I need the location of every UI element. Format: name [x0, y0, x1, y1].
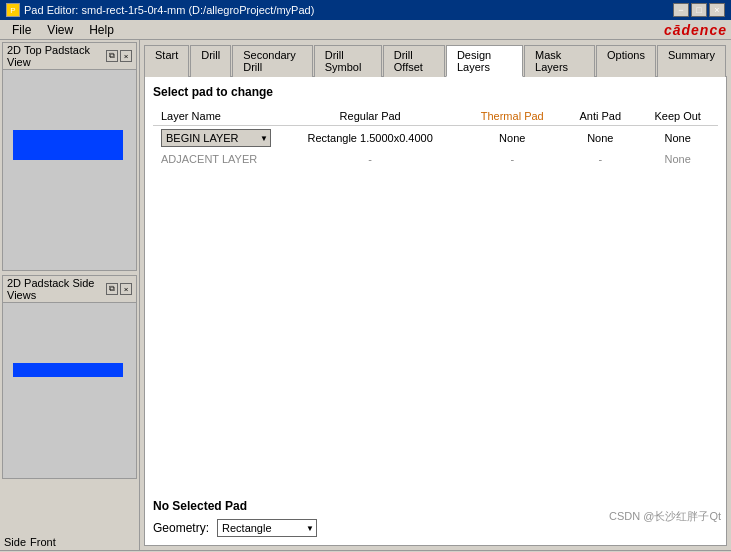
- geometry-label: Geometry:: [153, 521, 209, 535]
- close-button[interactable]: ×: [709, 3, 725, 17]
- top-pad-title: 2D Top Padstack View: [7, 44, 106, 68]
- tab-drill-symbol[interactable]: Drill Symbol: [314, 45, 382, 77]
- tab-mask-layers[interactable]: Mask Layers: [524, 45, 595, 77]
- minimize-button[interactable]: −: [673, 3, 689, 17]
- maximize-button[interactable]: □: [691, 3, 707, 17]
- side-pad-section: 2D Padstack Side Views ⧉ ×: [2, 275, 137, 479]
- side-pad-canvas: [3, 303, 136, 478]
- col-header-anti-pad: Anti Pad: [563, 107, 637, 126]
- layer-name-cell: BEGIN LAYER DEFAULT INTERNAL END LAYER A…: [153, 126, 279, 151]
- watermark: CSDN @长沙红胖子Qt: [609, 509, 721, 524]
- table-row: ADJACENT LAYER - - - None: [153, 150, 718, 168]
- side-pad-close-icon[interactable]: ×: [120, 283, 132, 295]
- side-pad-header: 2D Padstack Side Views ⧉ ×: [3, 276, 136, 303]
- select-pad-title: Select pad to change: [153, 85, 718, 99]
- layer-select-wrapper[interactable]: BEGIN LAYER DEFAULT INTERNAL END LAYER A…: [161, 129, 271, 147]
- tab-drill[interactable]: Drill: [190, 45, 231, 77]
- side-label: Side: [4, 536, 26, 548]
- layer-table: Layer Name Regular Pad Thermal Pad Anti …: [153, 107, 718, 168]
- main-container: 2D Top Padstack View ⧉ × 2D Padstack Sid…: [0, 40, 731, 550]
- pad-blue-rect-side: [13, 363, 123, 377]
- anti-pad-cell: None: [563, 126, 637, 151]
- top-pad-section: 2D Top Padstack View ⧉ ×: [2, 42, 137, 271]
- side-pad-icons: ⧉ ×: [106, 283, 132, 295]
- tab-summary[interactable]: Summary: [657, 45, 726, 77]
- col-header-layer-name: Layer Name: [153, 107, 279, 126]
- adjacent-anti-pad: -: [563, 150, 637, 168]
- right-panel: Start Drill Secondary Drill Drill Symbol…: [140, 40, 731, 550]
- tab-options[interactable]: Options: [596, 45, 656, 77]
- window-title: Pad Editor: smd-rect-1r5-0r4-mm (D:/alle…: [24, 4, 314, 16]
- top-pad-close-icon[interactable]: ×: [120, 50, 132, 62]
- side-pad-title: 2D Padstack Side Views: [7, 277, 106, 301]
- top-pad-icons: ⧉ ×: [106, 50, 132, 62]
- tab-start[interactable]: Start: [144, 45, 189, 77]
- tab-secondary-drill[interactable]: Secondary Drill: [232, 45, 313, 77]
- col-header-thermal-pad: Thermal Pad: [461, 107, 563, 126]
- tab-design-layers[interactable]: Design Layers: [446, 45, 523, 77]
- keep-out-cell: None: [637, 126, 718, 151]
- col-header-keep-out: Keep Out: [637, 107, 718, 126]
- menu-help[interactable]: Help: [81, 21, 122, 39]
- geometry-select[interactable]: Rectangle Square Circle Oblong Shape: [217, 519, 317, 537]
- title-bar-controls[interactable]: − □ ×: [673, 3, 725, 17]
- title-bar-left: P Pad Editor: smd-rect-1r5-0r4-mm (D:/al…: [6, 3, 314, 17]
- thermal-pad-cell: None: [461, 126, 563, 151]
- left-bottom-labels: Side Front: [0, 532, 139, 550]
- tabs-row: Start Drill Secondary Drill Drill Symbol…: [144, 44, 727, 77]
- adjacent-thermal-pad: -: [461, 150, 563, 168]
- cadence-logo: cādence: [664, 22, 727, 38]
- tab-drill-offset[interactable]: Drill Offset: [383, 45, 445, 77]
- table-row: BEGIN LAYER DEFAULT INTERNAL END LAYER A…: [153, 126, 718, 151]
- adjacent-regular-pad: -: [279, 150, 461, 168]
- side-pad-float-icon[interactable]: ⧉: [106, 283, 118, 295]
- top-pad-float-icon[interactable]: ⧉: [106, 50, 118, 62]
- adjacent-keep-out: None: [637, 150, 718, 168]
- left-panel: 2D Top Padstack View ⧉ × 2D Padstack Sid…: [0, 40, 140, 550]
- app-icon: P: [6, 3, 20, 17]
- content-area: Select pad to change Layer Name Regular …: [144, 77, 727, 546]
- front-label: Front: [30, 536, 56, 548]
- geometry-select-wrapper[interactable]: Rectangle Square Circle Oblong Shape ▼: [217, 519, 317, 537]
- regular-pad-cell: Rectangle 1.5000x0.4000: [279, 126, 461, 151]
- menu-file[interactable]: File: [4, 21, 39, 39]
- top-pad-header: 2D Top Padstack View ⧉ ×: [3, 43, 136, 70]
- menu-view[interactable]: View: [39, 21, 81, 39]
- adjacent-layer-name: ADJACENT LAYER: [153, 150, 279, 168]
- top-pad-canvas: [3, 70, 136, 270]
- col-header-regular-pad: Regular Pad: [279, 107, 461, 126]
- pad-blue-rect-top: [13, 130, 123, 160]
- menu-bar: File View Help cādence: [0, 20, 731, 40]
- layer-select[interactable]: BEGIN LAYER DEFAULT INTERNAL END LAYER A…: [161, 129, 271, 147]
- title-bar: P Pad Editor: smd-rect-1r5-0r4-mm (D:/al…: [0, 0, 731, 20]
